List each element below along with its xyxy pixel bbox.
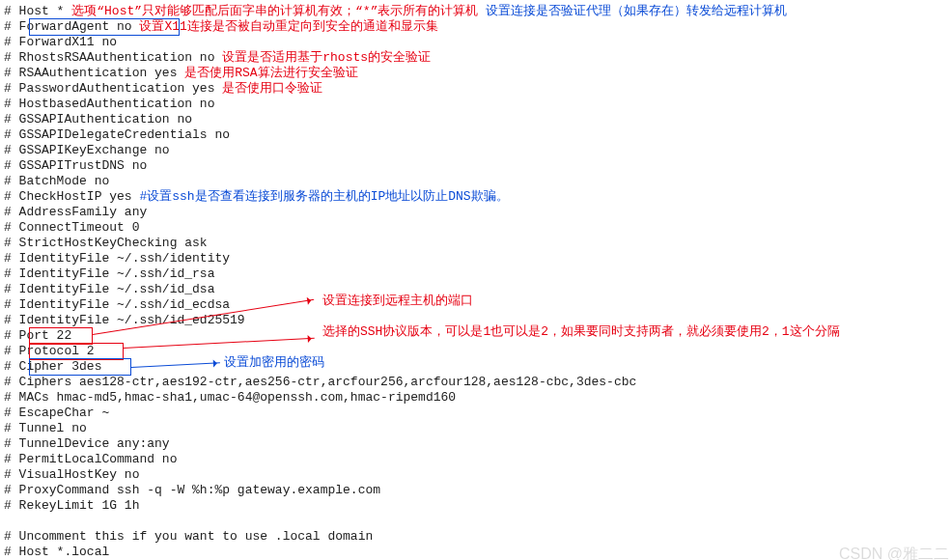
config-line: # StrictHostKeyChecking ask — [4, 236, 951, 251]
config-line: # ProxyCommand ssh -q -W %h:%p gateway.e… — [4, 483, 951, 498]
annotation-cipher: 设置加密用的密码 — [224, 355, 324, 371]
config-line: # RhostsRSAAuthentication no 设置是否适用基于rho… — [4, 50, 951, 66]
config-line: # GSSAPITrustDNS no — [4, 158, 951, 174]
config-line: # EscapeChar ~ — [4, 406, 951, 421]
config-line: # Tunnel no — [4, 421, 951, 436]
annotation-password: 是否使用口令验证 — [222, 81, 322, 96]
config-line: # VisualHostKey no — [4, 467, 951, 483]
blank-line — [4, 514, 951, 529]
config-line: # ConnectTimeout 0 — [4, 220, 951, 236]
config-line: # IdentityFile ~/.ssh/identity — [4, 251, 951, 266]
annotation-x11: 设置X11连接是否被自动重定向到安全的通道和显示集 — [139, 19, 437, 34]
config-line: # GSSAPIKeyExchange no — [4, 143, 951, 158]
annotation-protocol: 选择的SSH协议版本，可以是1也可以是2，如果要同时支持两者，就必须要使用2，1… — [322, 324, 840, 340]
config-line: # BatchMode no — [4, 174, 951, 189]
config-line: # Host * 选项“Host”只对能够匹配后面字串的计算机有效；“*”表示所… — [4, 4, 951, 19]
config-line: # RSAAuthentication yes 是否使用RSA算法进行安全验证 — [4, 66, 951, 81]
config-line: # Ciphers aes128-ctr,aes192-ctr,aes256-c… — [4, 375, 951, 390]
config-line: # PasswordAuthentication yes 是否使用口令验证 — [4, 81, 951, 97]
config-line: # MACs hmac-md5,hmac-sha1,umac-64@openss… — [4, 390, 951, 406]
config-line: # GSSAPIDelegateCredentials no — [4, 127, 951, 143]
config-line: # TunnelDevice any:any — [4, 436, 951, 452]
annotation-host: 选项“Host”只对能够匹配后面字串的计算机有效；“*”表示所有的计算机 — [71, 4, 478, 18]
config-line: # IdentityFile ~/.ssh/id_dsa — [4, 282, 951, 297]
config-line: # ForwardX11 no — [4, 35, 951, 50]
config-line: # Host *.local — [4, 545, 951, 560]
config-line: # ForwardAgent no 设置X11连接是否被自动重定向到安全的通道和… — [4, 19, 951, 35]
annotation-port: 设置连接到远程主机的端口 — [322, 294, 473, 309]
config-line: # RekeyLimit 1G 1h — [4, 498, 951, 514]
config-line: # IdentityFile ~/.ssh/id_ecdsa — [4, 297, 951, 313]
annotation-rhosts: 设置是否适用基于rhosts的安全验证 — [222, 50, 431, 65]
annotation-rsa: 是否使用RSA算法进行安全验证 — [184, 66, 357, 80]
config-line: # Uncomment this if you want to use .loc… — [4, 529, 951, 545]
annotation-checkhostip: #设置ssh是否查看连接到服务器的主机的IP地址以防止DNS欺骗。 — [139, 189, 508, 204]
config-line: # IdentityFile ~/.ssh/id_rsa — [4, 266, 951, 282]
annotation-forwardagent: 设置连接是否验证代理（如果存在）转发给远程计算机 — [486, 4, 787, 18]
config-line: # CheckHostIP yes #设置ssh是否查看连接到服务器的主机的IP… — [4, 189, 951, 205]
config-line: # AddressFamily any — [4, 205, 951, 220]
config-line: # Protocol 2 — [4, 344, 951, 359]
config-line: # GSSAPIAuthentication no — [4, 112, 951, 127]
config-line: # PermitLocalCommand no — [4, 452, 951, 467]
watermark: CSDN @雅二二 — [839, 546, 949, 560]
config-line: # HostbasedAuthentication no — [4, 97, 951, 112]
config-line: # Cipher 3des — [4, 359, 951, 375]
